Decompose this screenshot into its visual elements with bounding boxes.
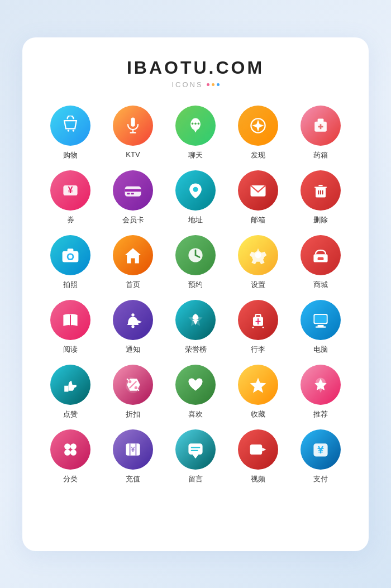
icon-circle-discover[interactable] [238,106,278,146]
svg-point-7 [194,122,197,125]
icon-item-address[interactable]: 地址 [164,170,227,225]
icon-label-delete: 删除 [313,215,328,225]
icon-label-shopping: 购物 [63,150,78,160]
icon-label-notify: 通知 [126,345,140,355]
icon-circle-collect[interactable] [238,365,278,405]
svg-marker-63 [250,377,266,393]
svg-rect-20 [127,193,130,194]
icon-item-rank[interactable]: 荣誉榜 [164,300,227,355]
icon-circle-comment[interactable] [175,429,216,470]
icon-item-vip[interactable]: 会员卡 [102,170,164,225]
icon-item-video[interactable]: 视频 [227,429,289,484]
icon-item-photo[interactable]: 拍照 [39,235,102,290]
icon-item-discover[interactable]: 发现 [227,106,289,160]
icon-item-notify[interactable]: 通知 [102,300,164,355]
icon-circle-chat[interactable] [175,106,216,146]
icon-item-comment[interactable]: 留言 [164,429,227,484]
icon-item-category[interactable]: 分类 [39,429,102,484]
icon-item-ktv[interactable]: KTV [102,106,164,160]
icon-circle-computer[interactable] [301,300,341,340]
svg-point-1 [73,130,75,132]
icon-circle-delete[interactable] [301,170,341,211]
dot-2 [212,83,214,86]
icon-label-discover: 发现 [251,150,265,160]
svg-text:¥: ¥ [68,185,73,195]
icon-circle-settings[interactable] [238,235,278,275]
icon-item-coupon[interactable]: ¥券 [39,170,102,225]
svg-marker-11 [252,119,264,132]
icon-circle-photo[interactable] [50,235,90,275]
icon-label-video: 视频 [251,474,265,484]
icon-circle-ktv[interactable] [113,106,153,146]
icon-item-chat[interactable]: 聊天 [164,106,227,160]
svg-point-65 [64,443,70,450]
icon-label-love: 喜欢 [188,409,203,419]
icon-circle-home[interactable] [113,235,153,275]
icon-circle-address[interactable] [175,170,216,211]
icon-item-love[interactable]: 喜欢 [164,365,227,419]
icon-label-address: 地址 [188,215,203,225]
icon-item-email[interactable]: 邮箱 [227,170,289,225]
svg-point-32 [68,255,72,259]
icon-circle-read[interactable] [50,300,90,340]
svg-marker-34 [125,248,141,263]
icon-item-shopping[interactable]: 购物 [39,106,102,160]
icon-label-rank: 荣誉榜 [185,345,207,355]
icon-label-recharge: 充值 [126,474,140,484]
svg-text:¥: ¥ [318,444,323,456]
icon-circle-mall[interactable] [301,235,341,275]
icon-label-collect: 收藏 [251,409,265,419]
icon-label-coupon: 券 [67,215,74,225]
icon-item-delete[interactable]: 删除 [289,170,352,225]
icon-item-medicine[interactable]: 药箱 [289,106,352,160]
icon-circle-recharge[interactable]: ¥ [113,429,153,470]
icon-circle-rank[interactable] [175,300,216,340]
icon-circle-email[interactable] [238,170,278,211]
icon-item-collect[interactable]: 收藏 [227,365,289,419]
svg-rect-40 [318,257,324,260]
icon-circle-video[interactable] [238,429,278,470]
svg-rect-48 [256,314,261,318]
brand-dots [207,83,220,86]
svg-rect-73 [188,443,202,455]
icon-label-read: 阅读 [63,345,78,355]
icon-label-settings: 设置 [251,280,265,290]
icon-circle-like[interactable] [50,365,90,405]
svg-point-66 [70,443,77,450]
svg-point-62 [135,386,137,389]
icon-item-read[interactable]: 阅读 [39,300,102,355]
icon-label-recommend: 推荐 [313,409,328,419]
icon-item-settings[interactable]: 设置 [227,235,289,290]
icon-circle-shopping[interactable] [50,106,90,146]
icon-circle-vip[interactable] [113,170,153,211]
icon-item-computer[interactable]: 电脑 [289,300,352,355]
icon-label-photo: 拍照 [63,280,78,290]
icon-item-home[interactable]: 首页 [102,235,164,290]
icon-label-medicine: 药箱 [313,150,328,160]
icon-circle-recommend[interactable] [301,365,341,405]
svg-marker-9 [194,130,197,132]
icon-item-discount[interactable]: 折扣 [102,365,164,419]
brand-title: IBAOTU.COM [127,58,264,78]
icon-circle-notify[interactable] [113,300,153,340]
svg-point-68 [70,450,77,456]
icon-item-mall[interactable]: 商城 [289,235,352,290]
icon-item-like[interactable]: 点赞 [39,365,102,419]
icon-item-luggage[interactable]: 行李 [227,300,289,355]
svg-point-0 [68,130,70,132]
icon-circle-luggage[interactable] [238,300,278,340]
icon-circle-discount[interactable] [113,365,153,405]
icon-circle-coupon[interactable]: ¥ [50,170,90,211]
icon-circle-pay[interactable]: ¥ [301,429,341,470]
icon-label-comment: 留言 [188,474,203,484]
icon-circle-medicine[interactable] [301,106,341,146]
icon-label-reserve: 预约 [188,280,203,290]
icon-item-reserve[interactable]: 预约 [164,235,227,290]
icon-item-recharge[interactable]: ¥充值 [102,429,164,484]
icon-circle-category[interactable] [50,429,90,470]
icon-item-pay[interactable]: ¥支付 [289,429,352,484]
svg-point-67 [64,450,70,456]
icon-circle-love[interactable] [175,365,216,405]
icon-circle-reserve[interactable] [175,235,216,275]
icon-item-recommend[interactable]: 推荐 [289,365,352,419]
